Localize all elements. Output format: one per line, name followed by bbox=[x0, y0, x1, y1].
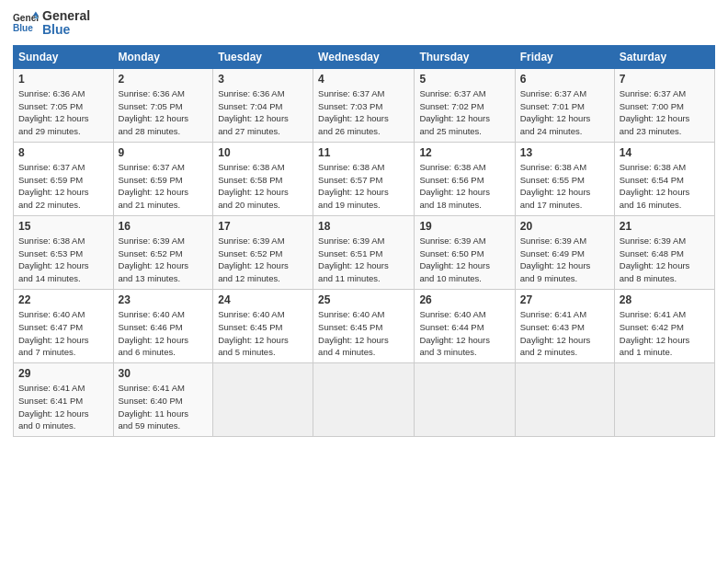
calendar-cell: 25Sunrise: 6:40 AM Sunset: 6:45 PM Dayli… bbox=[313, 289, 415, 362]
day-info: Sunrise: 6:39 AM Sunset: 6:52 PM Dayligh… bbox=[119, 235, 209, 285]
header-day-saturday: Saturday bbox=[614, 45, 714, 68]
day-info: Sunrise: 6:37 AM Sunset: 7:00 PM Dayligh… bbox=[620, 87, 710, 138]
day-info: Sunrise: 6:36 AM Sunset: 7:05 PM Dayligh… bbox=[119, 87, 209, 138]
day-number: 23 bbox=[119, 293, 209, 306]
day-info: Sunrise: 6:41 AM Sunset: 6:40 PM Dayligh… bbox=[119, 382, 209, 432]
day-number: 26 bbox=[419, 293, 509, 306]
header-day-friday: Friday bbox=[515, 45, 614, 68]
day-number: 27 bbox=[520, 293, 609, 306]
day-info: Sunrise: 6:39 AM Sunset: 6:48 PM Dayligh… bbox=[620, 235, 710, 285]
day-info: Sunrise: 6:36 AM Sunset: 7:04 PM Dayligh… bbox=[218, 87, 308, 138]
day-number: 4 bbox=[318, 73, 409, 86]
calendar-cell: 20Sunrise: 6:39 AM Sunset: 6:49 PM Dayli… bbox=[515, 215, 614, 289]
calendar-cell: 28Sunrise: 6:41 AM Sunset: 6:42 PM Dayli… bbox=[614, 289, 714, 362]
day-number: 20 bbox=[520, 220, 609, 233]
day-number: 7 bbox=[620, 73, 710, 86]
day-number: 19 bbox=[419, 220, 509, 233]
day-info: Sunrise: 6:36 AM Sunset: 7:05 PM Dayligh… bbox=[18, 87, 108, 138]
day-number: 24 bbox=[218, 293, 308, 306]
svg-text:Blue: Blue bbox=[13, 24, 33, 34]
day-info: Sunrise: 6:37 AM Sunset: 7:02 PM Dayligh… bbox=[419, 87, 509, 138]
calendar-cell: 4Sunrise: 6:37 AM Sunset: 7:03 PM Daylig… bbox=[313, 68, 415, 142]
calendar-cell: 29Sunrise: 6:41 AM Sunset: 6:41 PM Dayli… bbox=[14, 363, 114, 437]
calendar-cell: 10Sunrise: 6:38 AM Sunset: 6:58 PM Dayli… bbox=[213, 142, 313, 215]
calendar-cell: 8Sunrise: 6:37 AM Sunset: 6:59 PM Daylig… bbox=[14, 142, 114, 215]
day-info: Sunrise: 6:40 AM Sunset: 6:47 PM Dayligh… bbox=[18, 308, 108, 359]
day-info: Sunrise: 6:38 AM Sunset: 6:53 PM Dayligh… bbox=[18, 235, 108, 285]
calendar-cell: 13Sunrise: 6:38 AM Sunset: 6:55 PM Dayli… bbox=[515, 142, 614, 215]
calendar-cell: 19Sunrise: 6:39 AM Sunset: 6:50 PM Dayli… bbox=[415, 215, 515, 289]
day-number: 30 bbox=[119, 367, 209, 380]
day-info: Sunrise: 6:38 AM Sunset: 6:54 PM Dayligh… bbox=[620, 161, 710, 212]
calendar-cell: 26Sunrise: 6:40 AM Sunset: 6:44 PM Dayli… bbox=[415, 289, 515, 362]
day-info: Sunrise: 6:37 AM Sunset: 6:59 PM Dayligh… bbox=[18, 161, 108, 212]
calendar-table: SundayMondayTuesdayWednesdayThursdayFrid… bbox=[13, 45, 715, 437]
day-info: Sunrise: 6:38 AM Sunset: 6:56 PM Dayligh… bbox=[419, 161, 509, 212]
calendar-cell: 27Sunrise: 6:41 AM Sunset: 6:43 PM Dayli… bbox=[515, 289, 614, 362]
calendar-cell bbox=[313, 363, 415, 437]
calendar-cell: 30Sunrise: 6:41 AM Sunset: 6:40 PM Dayli… bbox=[113, 363, 213, 437]
day-info: Sunrise: 6:41 AM Sunset: 6:43 PM Dayligh… bbox=[520, 308, 609, 359]
day-number: 14 bbox=[620, 146, 710, 159]
day-info: Sunrise: 6:37 AM Sunset: 6:59 PM Dayligh… bbox=[119, 161, 209, 212]
day-info: Sunrise: 6:41 AM Sunset: 6:42 PM Dayligh… bbox=[620, 308, 710, 359]
day-number: 11 bbox=[318, 146, 409, 159]
day-number: 10 bbox=[218, 146, 308, 159]
calendar-week-4: 22Sunrise: 6:40 AM Sunset: 6:47 PM Dayli… bbox=[14, 289, 715, 362]
day-info: Sunrise: 6:40 AM Sunset: 6:45 PM Dayligh… bbox=[218, 308, 308, 359]
calendar-week-1: 1Sunrise: 6:36 AM Sunset: 7:05 PM Daylig… bbox=[14, 68, 715, 142]
day-info: Sunrise: 6:40 AM Sunset: 6:45 PM Dayligh… bbox=[318, 308, 409, 359]
day-number: 2 bbox=[119, 73, 209, 86]
day-info: Sunrise: 6:39 AM Sunset: 6:50 PM Dayligh… bbox=[419, 235, 509, 285]
logo: General Blue General Blue bbox=[13, 9, 90, 38]
calendar-cell: 24Sunrise: 6:40 AM Sunset: 6:45 PM Dayli… bbox=[213, 289, 313, 362]
calendar-week-5: 29Sunrise: 6:41 AM Sunset: 6:41 PM Dayli… bbox=[14, 363, 715, 437]
calendar-cell bbox=[614, 363, 714, 437]
calendar-cell: 3Sunrise: 6:36 AM Sunset: 7:04 PM Daylig… bbox=[213, 68, 313, 142]
day-number: 22 bbox=[18, 293, 108, 306]
calendar-body: 1Sunrise: 6:36 AM Sunset: 7:05 PM Daylig… bbox=[14, 68, 715, 436]
calendar-cell: 15Sunrise: 6:38 AM Sunset: 6:53 PM Dayli… bbox=[14, 215, 114, 289]
page-container: General Blue General Blue SundayMondayTu… bbox=[0, 0, 728, 446]
day-number: 1 bbox=[18, 73, 108, 86]
day-number: 29 bbox=[18, 367, 108, 380]
calendar-cell: 5Sunrise: 6:37 AM Sunset: 7:02 PM Daylig… bbox=[415, 68, 515, 142]
day-info: Sunrise: 6:38 AM Sunset: 6:58 PM Dayligh… bbox=[218, 161, 308, 212]
day-number: 12 bbox=[419, 146, 509, 159]
calendar-week-3: 15Sunrise: 6:38 AM Sunset: 6:53 PM Dayli… bbox=[14, 215, 715, 289]
day-info: Sunrise: 6:39 AM Sunset: 6:51 PM Dayligh… bbox=[318, 235, 409, 285]
day-number: 15 bbox=[18, 220, 108, 233]
calendar-cell: 7Sunrise: 6:37 AM Sunset: 7:00 PM Daylig… bbox=[614, 68, 714, 142]
calendar-cell: 6Sunrise: 6:37 AM Sunset: 7:01 PM Daylig… bbox=[515, 68, 614, 142]
header-day-tuesday: Tuesday bbox=[213, 45, 313, 68]
calendar-cell: 17Sunrise: 6:39 AM Sunset: 6:52 PM Dayli… bbox=[213, 215, 313, 289]
day-info: Sunrise: 6:40 AM Sunset: 6:46 PM Dayligh… bbox=[119, 308, 209, 359]
day-number: 9 bbox=[119, 146, 209, 159]
calendar-cell: 9Sunrise: 6:37 AM Sunset: 6:59 PM Daylig… bbox=[113, 142, 213, 215]
day-number: 21 bbox=[620, 220, 710, 233]
day-info: Sunrise: 6:39 AM Sunset: 6:52 PM Dayligh… bbox=[218, 235, 308, 285]
calendar-cell: 11Sunrise: 6:38 AM Sunset: 6:57 PM Dayli… bbox=[313, 142, 415, 215]
day-number: 6 bbox=[520, 73, 609, 86]
header-day-monday: Monday bbox=[113, 45, 213, 68]
day-info: Sunrise: 6:40 AM Sunset: 6:44 PM Dayligh… bbox=[419, 308, 509, 359]
day-number: 3 bbox=[218, 73, 308, 86]
calendar-header-row: SundayMondayTuesdayWednesdayThursdayFrid… bbox=[14, 45, 715, 68]
day-info: Sunrise: 6:38 AM Sunset: 6:57 PM Dayligh… bbox=[318, 161, 409, 212]
logo-icon: General Blue bbox=[13, 10, 39, 36]
day-number: 13 bbox=[520, 146, 609, 159]
logo-blue-text: Blue bbox=[42, 23, 90, 37]
logo-general-text: General bbox=[42, 9, 90, 23]
day-number: 18 bbox=[318, 220, 409, 233]
day-number: 28 bbox=[620, 293, 710, 306]
calendar-cell: 21Sunrise: 6:39 AM Sunset: 6:48 PM Dayli… bbox=[614, 215, 714, 289]
day-number: 16 bbox=[119, 220, 209, 233]
day-number: 17 bbox=[218, 220, 308, 233]
header-day-thursday: Thursday bbox=[415, 45, 515, 68]
day-number: 25 bbox=[318, 293, 409, 306]
calendar-cell bbox=[415, 363, 515, 437]
header-day-sunday: Sunday bbox=[14, 45, 114, 68]
calendar-cell: 18Sunrise: 6:39 AM Sunset: 6:51 PM Dayli… bbox=[313, 215, 415, 289]
header: General Blue General Blue bbox=[13, 9, 715, 38]
calendar-cell: 22Sunrise: 6:40 AM Sunset: 6:47 PM Dayli… bbox=[14, 289, 114, 362]
